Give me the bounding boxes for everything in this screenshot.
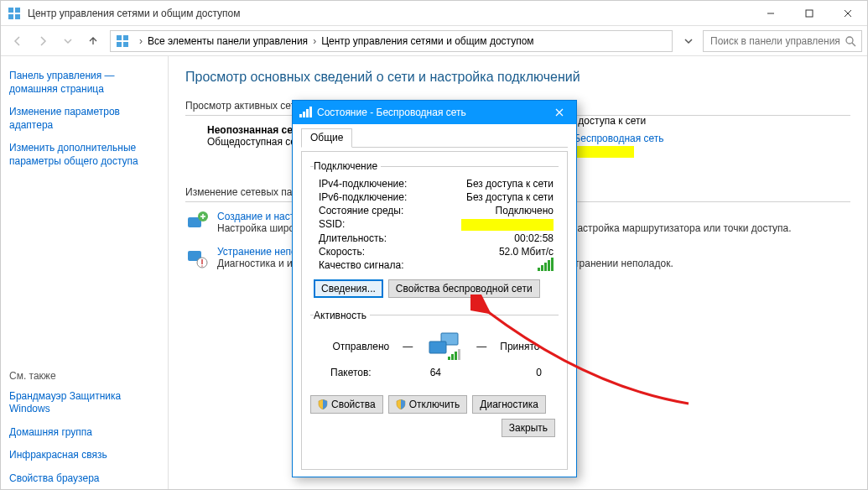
search-input[interactable] bbox=[703, 30, 862, 52]
svg-line-13 bbox=[852, 43, 855, 46]
sidebar-sharing-settings[interactable]: Изменить дополнительные параметры общего… bbox=[9, 142, 159, 168]
sidebar-infrared[interactable]: Инфракрасная связь bbox=[9, 449, 159, 462]
page-title: Просмотр основных сведений о сети и наст… bbox=[185, 70, 850, 85]
maximize-button[interactable] bbox=[790, 1, 829, 26]
svg-rect-28 bbox=[455, 352, 457, 360]
connection-group-label: Подключение bbox=[314, 160, 381, 172]
sidebar-homegroup[interactable]: Домашняя группа bbox=[9, 426, 159, 440]
sidebar: Панель управления — домашняя страница Из… bbox=[1, 56, 169, 489]
minimize-button[interactable] bbox=[751, 1, 790, 26]
media-state-value: Подключено bbox=[496, 205, 554, 216]
media-state-label: Состояние среды: bbox=[319, 205, 496, 216]
speed-value: 52.0 Мбит/с bbox=[499, 246, 554, 258]
disable-button[interactable]: Отключить bbox=[388, 395, 468, 414]
svg-rect-11 bbox=[123, 42, 128, 47]
svg-point-12 bbox=[846, 37, 853, 44]
chevron-right-icon: › bbox=[139, 35, 143, 47]
chevron-right-icon: › bbox=[313, 35, 316, 47]
navigation-bar: › Все элементы панели управления › Центр… bbox=[1, 26, 867, 56]
search-icon bbox=[845, 35, 856, 47]
ipv4-value: Без доступа к сети bbox=[466, 178, 554, 190]
speed-label: Скорость: bbox=[319, 246, 499, 258]
svg-rect-29 bbox=[458, 349, 460, 360]
svg-rect-1 bbox=[15, 8, 20, 13]
ipv6-value: Без доступа к сети bbox=[466, 191, 554, 203]
new-connection-icon bbox=[185, 211, 209, 234]
control-panel-icon bbox=[116, 34, 129, 48]
dialog-title: Состояние - Беспроводная сеть bbox=[317, 107, 466, 118]
packets-sent-value: 64 bbox=[391, 367, 441, 378]
see-also-label: См. также bbox=[9, 370, 159, 382]
signal-label: Качество сигнала: bbox=[319, 259, 538, 274]
refresh-dropdown-icon[interactable] bbox=[678, 30, 699, 52]
shield-icon bbox=[396, 399, 406, 409]
properties-button[interactable]: Свойства bbox=[310, 395, 383, 414]
svg-point-21 bbox=[201, 265, 203, 267]
ssid-label: SSID: bbox=[319, 218, 461, 231]
ssid-value bbox=[461, 218, 554, 231]
diagnose-button[interactable]: Диагностика bbox=[472, 395, 546, 414]
sent-label: Отправлено bbox=[333, 341, 390, 352]
nav-up-icon[interactable] bbox=[81, 29, 105, 53]
activity-computers-icon bbox=[426, 331, 463, 362]
packets-recv-value: 0 bbox=[491, 367, 542, 378]
breadcrumb-item[interactable]: Все элементы панели управления bbox=[148, 35, 308, 47]
svg-rect-10 bbox=[117, 42, 122, 47]
svg-rect-9 bbox=[123, 35, 128, 40]
sidebar-adapter-settings[interactable]: Изменение параметров адаптера bbox=[9, 106, 159, 132]
sidebar-home[interactable]: Панель управления — домашняя страница bbox=[9, 70, 159, 96]
status-dialog: Состояние - Беспроводная сеть Общие Подк… bbox=[292, 100, 577, 477]
shield-icon bbox=[318, 399, 328, 409]
nav-back-icon[interactable] bbox=[6, 29, 29, 53]
svg-rect-5 bbox=[806, 10, 813, 17]
details-button[interactable]: Сведения... bbox=[314, 279, 383, 298]
packets-label: Пакетов: bbox=[330, 367, 391, 378]
duration-label: Длительность: bbox=[319, 232, 514, 244]
sidebar-firewall[interactable]: Брандмауэр Защитника Windows bbox=[9, 390, 159, 416]
dash: — bbox=[403, 341, 413, 352]
svg-rect-8 bbox=[117, 35, 122, 40]
ipv6-label: IPv6-подключение: bbox=[319, 191, 466, 203]
tab-general[interactable]: Общие bbox=[301, 128, 352, 148]
svg-rect-25 bbox=[429, 341, 446, 353]
wireless-connection-link[interactable]: Беспроводная сеть bbox=[574, 133, 663, 144]
close-dialog-button[interactable]: Закрыть bbox=[502, 419, 555, 437]
search-field[interactable] bbox=[709, 34, 841, 48]
network-center-icon bbox=[8, 7, 21, 20]
breadcrumb[interactable]: › Все элементы панели управления › Центр… bbox=[110, 30, 673, 52]
svg-rect-26 bbox=[448, 357, 450, 360]
svg-rect-0 bbox=[8, 8, 13, 13]
wireless-properties-button[interactable]: Свойства беспроводной сети bbox=[388, 279, 540, 298]
activity-group-label: Активность bbox=[314, 310, 370, 321]
ipv4-label: IPv4-подключение: bbox=[319, 178, 466, 190]
titlebar: Центр управления сетями и общим доступом bbox=[1, 1, 867, 26]
sidebar-browser-props[interactable]: Свойства браузера bbox=[9, 472, 159, 486]
dialog-titlebar[interactable]: Состояние - Беспроводная сеть bbox=[293, 101, 576, 124]
duration-value: 00:02:58 bbox=[514, 232, 554, 244]
dash: — bbox=[476, 341, 486, 352]
dialog-close-button[interactable] bbox=[543, 101, 576, 124]
svg-rect-3 bbox=[15, 14, 20, 19]
wifi-signal-icon bbox=[299, 106, 312, 120]
close-button[interactable] bbox=[829, 1, 867, 26]
received-label: Принято bbox=[500, 341, 539, 352]
window-title: Центр управления сетями и общим доступом bbox=[28, 8, 241, 19]
signal-value bbox=[538, 259, 554, 274]
troubleshoot-icon bbox=[185, 246, 209, 269]
breadcrumb-item[interactable]: Центр управления сетями и общим доступом bbox=[321, 35, 534, 47]
nav-forward-icon[interactable] bbox=[31, 29, 55, 53]
nav-recent-icon[interactable] bbox=[56, 29, 80, 53]
svg-rect-2 bbox=[8, 14, 13, 19]
svg-rect-27 bbox=[451, 354, 454, 360]
